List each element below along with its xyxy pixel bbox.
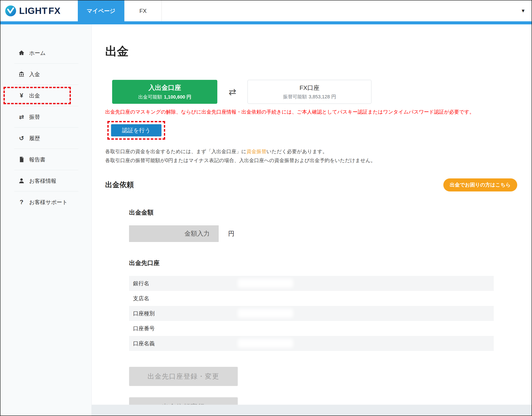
info-line2: 各取引口座の振替可能額が0円またはマイナス表記の場合、入出金口座への資金振替およ… xyxy=(105,158,376,163)
authenticate-button[interactable]: 認証を行う xyxy=(111,124,162,136)
withdraw-request-form: 出金金額 円 出金先口座 銀行名 支店名 xyxy=(129,208,517,405)
sidebar-item-label: 報告書 xyxy=(29,156,45,163)
withdraw-help-button[interactable]: 出金でお困りの方はこちら xyxy=(443,178,517,191)
fx-account-box: FX口座 振替可能額3,853,128 円 xyxy=(247,80,371,104)
sidebar-item-home[interactable]: ホーム xyxy=(0,42,92,64)
account-balance: 出金可能額1,100,600 円 xyxy=(138,94,191,100)
main-area: 出金 入出金口座 出金可能額1,100,600 円 ⇄ FX口座 振替可能額3,… xyxy=(92,24,532,416)
lightfx-mypage-window: LIGHTFX マイページ FX ▼ ホーム xyxy=(0,0,532,416)
sidebar-item-history[interactable]: ↺ 履歴 xyxy=(0,128,92,149)
info-line1-pre: 各取引口座の資金を出金するためには、まず「入出金口座」に xyxy=(105,149,247,154)
row-label: 口座種別 xyxy=(133,310,155,317)
fund-transfer-link[interactable]: 資金振替 xyxy=(247,149,266,154)
row-label: 支店名 xyxy=(133,295,149,302)
tab-mypage[interactable]: マイページ xyxy=(78,0,124,21)
masked-value xyxy=(238,309,293,318)
amount-input[interactable] xyxy=(129,225,219,242)
deposit-withdraw-account-box: 入出金口座 出金可能額1,100,600 円 xyxy=(112,80,217,104)
page-title: 出金 xyxy=(105,45,517,57)
sidebar-item-label: 入金 xyxy=(29,71,40,78)
info-line1-post: いただく必要があります。 xyxy=(266,149,327,154)
row-label: 銀行名 xyxy=(133,280,149,287)
table-row-account-holder: 口座名義 xyxy=(129,336,494,351)
sidebar-item-label: お客様サポート xyxy=(29,199,67,206)
auth-required-notice: 出金先口座のマスキングの解除、ならびに出金先口座情報・出金依頼の手続きには、ご本… xyxy=(105,109,517,115)
currency-label: 円 xyxy=(228,229,234,238)
destination-account-table: 銀行名 支店名 口座種別 口座番号 xyxy=(129,276,494,351)
history-icon: ↺ xyxy=(17,135,26,142)
table-row-bank-name: 銀行名 xyxy=(129,276,494,291)
sidebar-item-customer-info[interactable]: お客様情報 xyxy=(0,170,92,191)
sidebar-item-label: 履歴 xyxy=(29,135,40,142)
amount-row: 円 xyxy=(129,225,517,242)
sidebar-item-label: お客様情報 xyxy=(29,177,57,185)
highlight-box-auth-button: 認証を行う xyxy=(107,121,165,140)
chevron-down-icon[interactable]: ▼ xyxy=(521,8,525,14)
transfer-icon: ⇄ xyxy=(17,113,26,120)
masked-value xyxy=(238,339,293,348)
home-icon xyxy=(17,50,26,56)
account-name: 入出金口座 xyxy=(148,83,181,92)
withdraw-request-header: 出金依頼 出金でお困りの方はこちら xyxy=(105,178,517,191)
row-label: 口座番号 xyxy=(133,325,155,332)
sidebar-item-transfer[interactable]: ⇄ 振替 xyxy=(0,106,92,128)
account-balance: 振替可能額3,853,128 円 xyxy=(283,94,336,100)
table-row-account-type: 口座種別 xyxy=(129,306,494,321)
account-name: FX口座 xyxy=(299,84,319,92)
amount-label: 出金金額 xyxy=(129,208,517,217)
account-balance-row: 入出金口座 出金可能額1,100,600 円 ⇄ FX口座 振替可能額3,853… xyxy=(112,80,517,104)
question-icon: ? xyxy=(17,199,26,206)
header: LIGHTFX マイページ FX ▼ xyxy=(0,0,532,21)
sidebar-menu: ホーム 入金 ¥ 出金 ⇄ 振替 ↺ xyxy=(0,24,92,213)
header-tabs: マイページ FX xyxy=(78,0,162,21)
sidebar: ホーム 入金 ¥ 出金 ⇄ 振替 ↺ xyxy=(0,24,92,416)
execute-withdraw-button[interactable]: 出金依頼実行 xyxy=(129,397,238,405)
table-row-account-number: 口座番号 xyxy=(129,321,494,336)
lightfx-logo: LIGHTFX xyxy=(0,0,78,21)
row-label: 口座名義 xyxy=(133,340,155,347)
sidebar-item-label: 振替 xyxy=(29,113,40,120)
sidebar-item-label: ホーム xyxy=(29,50,46,57)
table-row-branch-name: 支店名 xyxy=(129,291,494,306)
tab-fx[interactable]: FX xyxy=(124,0,162,21)
swap-icon: ⇄ xyxy=(229,87,236,97)
report-icon xyxy=(17,156,26,163)
masked-value xyxy=(238,279,293,288)
destination-account-label: 出金先口座 xyxy=(129,259,517,267)
user-icon xyxy=(17,178,26,184)
header-accent-bar xyxy=(0,21,532,24)
sidebar-item-support[interactable]: ? お客様サポート xyxy=(0,191,92,213)
register-change-account-button[interactable]: 出金先口座登録・変更 xyxy=(129,367,238,386)
lightfx-logo-text: LIGHTFX xyxy=(19,6,61,16)
withdraw-info-text: 各取引口座の資金を出金するためには、まず「入出金口座」に資金振替いただく必要があ… xyxy=(105,147,517,165)
sidebar-item-withdraw[interactable]: ¥ 出金 xyxy=(0,85,92,106)
yen-icon: ¥ xyxy=(17,92,26,99)
sidebar-item-deposit[interactable]: 入金 xyxy=(0,64,92,85)
sidebar-item-reports[interactable]: 報告書 xyxy=(0,149,92,170)
withdraw-request-title: 出金依頼 xyxy=(105,180,134,190)
lightfx-logo-icon xyxy=(5,5,17,17)
withdraw-page: 出金 入出金口座 出金可能額1,100,600 円 ⇄ FX口座 振替可能額3,… xyxy=(92,24,532,405)
sidebar-item-label: 出金 xyxy=(29,92,40,99)
bank-icon xyxy=(17,71,26,78)
